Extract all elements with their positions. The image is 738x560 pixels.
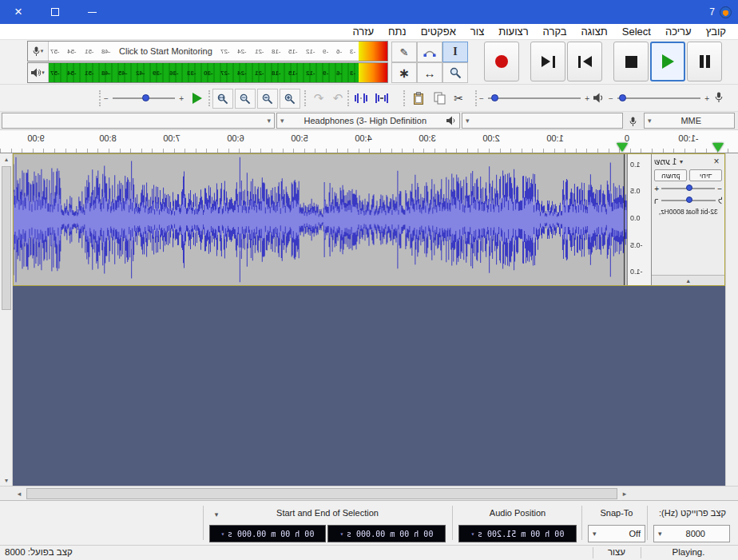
menu-help[interactable]: עזרה	[345, 24, 381, 39]
toolbar-grip[interactable]	[99, 90, 101, 106]
record-button[interactable]	[484, 42, 519, 81]
audio-position-field[interactable]: ▾ 00 h 00 m 51.200 s	[458, 525, 577, 542]
selection-tool-button[interactable]: I	[442, 42, 468, 62]
recording-channels-select[interactable]: ▾	[2, 113, 275, 129]
pause-button[interactable]	[687, 42, 722, 81]
slider-thumb[interactable]	[491, 94, 498, 101]
pan-slider[interactable]	[661, 196, 716, 205]
monitoring-hint[interactable]: Click to Start Monitoring	[117, 46, 215, 56]
redo-icon: ↷	[314, 91, 324, 105]
solo-button[interactable]: יחיד	[689, 169, 722, 181]
waveform-area[interactable]	[14, 154, 627, 285]
copy-button[interactable]	[430, 89, 449, 107]
menu-select[interactable]: Select	[615, 24, 658, 39]
slider-thumb[interactable]	[686, 185, 692, 191]
track-menu-dropdown-icon[interactable]: ▼	[678, 159, 684, 165]
menu-analyze[interactable]: נתח	[381, 24, 414, 39]
stop-button[interactable]	[613, 42, 649, 81]
playhead-triangle[interactable]	[617, 143, 628, 152]
combo-value: Headphones (3- High Definition	[284, 116, 446, 125]
toolbar-grip[interactable]	[475, 90, 478, 106]
scroll-right-button[interactable]: ▸	[618, 487, 631, 500]
undo-button[interactable]: ↶	[329, 90, 347, 106]
vertical-scroll-thumb[interactable]	[2, 166, 11, 310]
project-rate-select[interactable]: ▾ 8000	[653, 525, 730, 542]
recording-meter[interactable]: ▾ -57-54-51-48-45-42-39-36-33-30-27-24-2…	[27, 41, 388, 62]
scroll-left-button[interactable]: ◂	[13, 487, 26, 500]
paste-button[interactable]	[409, 89, 428, 107]
envelope-tool-button[interactable]	[417, 42, 442, 62]
scroll-up-button[interactable]: ▴	[0, 153, 13, 165]
draw-tool-button[interactable]: ✎	[391, 42, 417, 62]
maximize-button[interactable]	[37, 0, 73, 24]
horizontal-scroll-thumb[interactable]	[26, 488, 617, 499]
menu-view[interactable]: תצוגה	[574, 24, 615, 39]
playback-volume-slider[interactable]: − +	[479, 91, 589, 105]
menu-tracks[interactable]: רצועות	[491, 24, 535, 39]
meter-db-label: -54	[67, 70, 77, 77]
playback-meter[interactable]: ▾ -57-54-51-48-45-42-39-36-33-30-27-24-2…	[27, 62, 388, 83]
zoom-out-button[interactable]	[257, 89, 278, 109]
close-button[interactable]: ×	[0, 0, 37, 24]
slider-thumb[interactable]	[619, 94, 626, 101]
redo-button[interactable]: ↷	[310, 90, 327, 106]
fit-selection-button[interactable]	[235, 89, 256, 109]
slider-track[interactable]	[617, 97, 700, 99]
toolbar-grip[interactable]	[304, 90, 307, 106]
skip-to-end-button[interactable]	[530, 42, 565, 81]
playback-device-select[interactable]: ▾ Headphones (3- High Definition	[276, 113, 460, 129]
play-at-speed-button[interactable]	[190, 92, 204, 105]
quickplay-triangle[interactable]	[712, 143, 724, 152]
recording-device-select[interactable]: ▾	[462, 113, 623, 129]
menu-generate[interactable]: צור	[463, 24, 491, 39]
track-header-row: שמע 1 ▼ ×	[654, 156, 722, 167]
selection-end-field[interactable]: ▾ 00 h 00 m 00.000 s	[327, 525, 446, 542]
track-name[interactable]: שמע 1	[654, 157, 676, 166]
slider-thumb[interactable]	[686, 197, 692, 203]
menu-effects[interactable]: אפקטים	[414, 24, 463, 39]
trim-audio-button[interactable]	[351, 90, 371, 106]
slider-track[interactable]	[113, 97, 175, 99]
menu-file[interactable]: קובץ	[699, 24, 733, 39]
horizontal-scrollbar[interactable]: ◂ ▸	[0, 486, 738, 500]
play-button[interactable]	[650, 42, 685, 81]
spinner-icon[interactable]: ▾	[220, 530, 224, 538]
slider-track[interactable]	[488, 97, 581, 99]
toolbar-grip[interactable]	[403, 90, 406, 106]
minimize-button[interactable]	[73, 0, 110, 24]
snap-to-select[interactable]: ▾ Off	[588, 525, 645, 542]
play-speed-slider[interactable]: − +	[104, 91, 184, 105]
meter-db-label: -6	[336, 70, 342, 77]
selection-start-field[interactable]: ▾ 00 h 00 m 00.000 s	[209, 525, 326, 542]
toolbar-grip[interactable]	[347, 90, 350, 106]
multi-tool-button[interactable]: ∗	[391, 62, 417, 83]
audio-host-select[interactable]: ▾ MME	[644, 113, 735, 129]
recording-meter-icon-cell[interactable]: ▾	[28, 42, 49, 61]
spinner-icon[interactable]: ▾	[470, 530, 474, 538]
waveform-svg	[14, 154, 627, 285]
menu-transport[interactable]: בקרה	[536, 24, 574, 39]
spinner-icon[interactable]: ▾	[339, 530, 343, 538]
track-close-button[interactable]: ×	[711, 156, 722, 167]
slider-thumb[interactable]	[142, 94, 149, 101]
timeline-ruler[interactable]: 9:008:007:006:005:004:003:002:001:000-1:…	[0, 130, 738, 153]
skip-to-start-button[interactable]	[567, 42, 602, 81]
mute-button[interactable]: השתק	[654, 169, 687, 181]
maximize-icon	[51, 8, 59, 16]
amplitude-ruler[interactable]: 1.0 0.5 0.0 -0.5 -1.0	[627, 154, 651, 285]
zoom-in-button[interactable]	[280, 89, 300, 109]
vertical-scrollbar[interactable]: ▴ ▾	[0, 153, 13, 486]
playback-meter-icon-cell[interactable]: ▾	[28, 63, 49, 82]
scroll-down-button[interactable]: ▾	[0, 475, 13, 486]
time-shift-tool-button[interactable]: ↔	[417, 62, 442, 83]
collapse-track-button[interactable]: ▲	[652, 275, 724, 285]
recording-volume-slider[interactable]: − +	[609, 91, 709, 105]
cut-button[interactable]: ✂	[449, 89, 468, 107]
audio-track[interactable]: 1.0 0.5 0.0 -0.5 -1.0 שמע 1 ▼ × השתק יחי…	[13, 153, 725, 286]
fit-project-button[interactable]	[212, 89, 233, 109]
zoom-tool-button[interactable]	[442, 62, 468, 83]
toolbar-grip[interactable]	[208, 90, 211, 106]
gain-slider[interactable]	[661, 184, 715, 193]
silence-audio-button[interactable]	[372, 90, 391, 106]
menu-edit[interactable]: עריכה	[658, 24, 699, 39]
